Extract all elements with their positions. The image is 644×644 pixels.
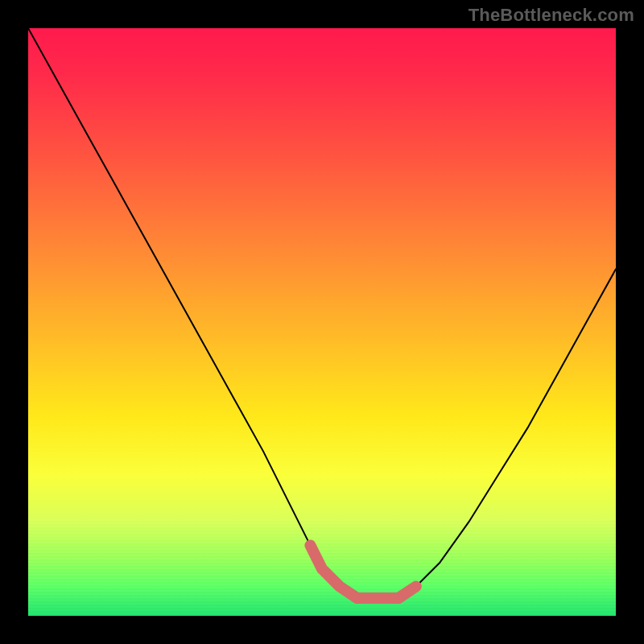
- curve-highlight: [310, 545, 415, 598]
- plot-area: [28, 28, 616, 616]
- curve-line: [28, 28, 616, 598]
- watermark-text: TheBottleneck.com: [469, 5, 634, 26]
- chart-frame: TheBottleneck.com: [0, 0, 644, 644]
- bottleneck-curve: [28, 28, 616, 616]
